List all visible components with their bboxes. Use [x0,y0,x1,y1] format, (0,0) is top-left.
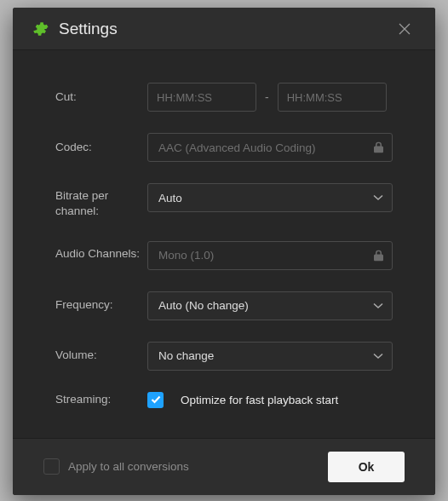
apply-all-checkbox[interactable] [43,458,60,475]
channels-value: Mono (1.0) [158,249,214,262]
cut-start-input[interactable] [147,83,256,112]
label-channels: Audio Channels: [55,241,147,262]
frequency-value: Auto (No change) [158,299,249,312]
apply-all-label: Apply to all conversions [68,460,189,473]
label-frequency: Frequency: [55,297,147,313]
chevron-down-icon [373,353,383,360]
dialog-content: Cut: - Codec: AAC (Advanced Audio Coding… [13,50,435,437]
lock-icon [374,250,383,261]
label-bitrate: Bitrate per channel: [55,183,147,219]
volume-select[interactable]: No change [147,342,393,371]
row-bitrate: Bitrate per channel: Auto [55,183,393,219]
codec-value: AAC (Advanced Audio Coding) [158,141,316,154]
label-streaming: Streaming: [55,392,147,407]
codec-field: AAC (Advanced Audio Coding) [147,133,393,162]
streaming-checkbox[interactable] [147,392,164,408]
channels-field: Mono (1.0) [147,241,393,270]
bitrate-value: Auto [158,192,182,204]
cut-separator: - [265,90,269,104]
gear-icon [32,20,49,37]
frequency-select[interactable]: Auto (No change) [147,291,393,320]
dialog-footer: Apply to all conversions Ok [13,438,435,495]
row-codec: Codec: AAC (Advanced Audio Coding) [55,133,393,162]
close-icon [398,22,411,36]
ok-button[interactable]: Ok [328,452,405,482]
cut-end-input[interactable] [278,83,387,112]
lock-icon [374,142,383,153]
close-button[interactable] [393,17,416,41]
bitrate-select[interactable]: Auto [147,183,393,212]
row-frequency: Frequency: Auto (No change) [55,291,393,320]
dialog-title: Settings [59,20,118,38]
streaming-checkbox-label: Optimize for fast playback start [181,394,338,406]
row-cut: Cut: - [55,83,393,112]
row-channels: Audio Channels: Mono (1.0) [55,241,393,270]
label-cut: Cut: [55,89,147,105]
check-icon [151,395,161,404]
label-volume: Volume: [55,348,147,363]
row-streaming: Streaming: Optimize for fast playback st… [55,392,393,408]
chevron-down-icon [373,302,383,309]
settings-dialog: Settings Cut: - Codec: AA [13,8,435,495]
volume-value: No change [158,349,214,362]
chevron-down-icon [373,194,383,201]
label-codec: Codec: [55,140,147,155]
row-volume: Volume: No change [55,342,393,371]
titlebar: Settings [13,8,435,50]
